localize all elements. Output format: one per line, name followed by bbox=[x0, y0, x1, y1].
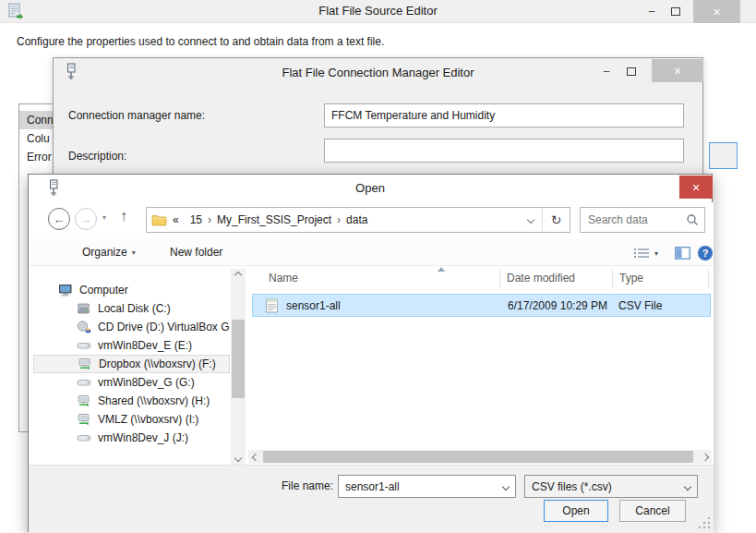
command-toolbar: Organize ▾ New folder ▾ ? bbox=[29, 239, 714, 266]
tree-item-label: Computer bbox=[79, 284, 128, 297]
ffse-maximize-button[interactable] bbox=[665, 2, 687, 20]
file-name: sensor1-all bbox=[286, 299, 341, 312]
tree-item-label: VMLZ (\\vboxsrv) (I:) bbox=[98, 413, 198, 426]
new-folder-label: New folder bbox=[170, 246, 222, 259]
ffse-partial-button[interactable] bbox=[709, 142, 738, 169]
list-horizontal-scrollbar[interactable] bbox=[248, 450, 712, 464]
tree-item-label: CD Drive (D:) VirtualBox Gue bbox=[98, 321, 230, 333]
tree-item-vmwin8dev-g[interactable]: vmWin8Dev_G (G:) bbox=[33, 373, 230, 392]
folder-icon bbox=[151, 214, 167, 226]
tree-item-label: Dropbox (\\vboxsrv) (F:) bbox=[99, 357, 216, 370]
new-folder-button[interactable]: New folder bbox=[170, 246, 222, 259]
tree-item-local-disk-c[interactable]: Local Disk (C:) bbox=[33, 299, 230, 318]
minimize-icon: – bbox=[604, 65, 610, 78]
tree-item-vmwin8dev-e[interactable]: vmWin8Dev_E (E:) bbox=[33, 336, 230, 355]
forward-icon: → bbox=[80, 212, 92, 226]
ffcm-maximize-button[interactable] bbox=[620, 62, 642, 80]
tree-item-shared-h[interactable]: Shared (\\vboxsrv) (H:) bbox=[33, 392, 230, 410]
maximize-icon bbox=[627, 67, 636, 76]
scrollbar-thumb[interactable] bbox=[232, 320, 245, 398]
column-divider[interactable] bbox=[708, 270, 709, 288]
file-name-value: sensor1-all bbox=[345, 480, 400, 493]
navigation-bar: ← → ▾ ↑ « 15 › My_First_SSIS_Project › d… bbox=[29, 202, 714, 239]
preview-pane-button[interactable] bbox=[675, 247, 690, 260]
file-type-combobox[interactable]: CSV files (*.csv) bbox=[524, 475, 698, 498]
breadcrumb-overflow[interactable]: « bbox=[173, 213, 179, 226]
file-row-sensor1-all[interactable]: sensor1-all 6/17/2009 10:29 PM CSV File bbox=[252, 294, 711, 317]
preview-pane-icon bbox=[675, 247, 690, 260]
scroll-up-arrow-icon[interactable] bbox=[231, 269, 246, 282]
search-input[interactable] bbox=[588, 213, 686, 226]
ffse-titlebar: Flat File Source Editor – × bbox=[0, 0, 756, 23]
column-header-date-modified[interactable]: Date modified bbox=[507, 272, 575, 285]
file-name-combobox[interactable]: sensor1-all bbox=[338, 475, 516, 498]
column-divider[interactable] bbox=[612, 270, 613, 288]
tree-item-vmlz-i[interactable]: VMLZ (\\vboxsrv) (I:) bbox=[33, 410, 230, 429]
ffcm-close-button[interactable]: × bbox=[652, 59, 703, 82]
search-icon[interactable] bbox=[686, 213, 699, 226]
description-label: Description: bbox=[68, 150, 126, 163]
back-button[interactable]: ← bbox=[48, 208, 70, 230]
drive-icon bbox=[77, 376, 91, 389]
chevron-right-icon: › bbox=[208, 213, 211, 226]
tree-vertical-scrollbar[interactable] bbox=[231, 269, 246, 465]
close-icon: × bbox=[692, 181, 700, 194]
computer-icon bbox=[58, 284, 73, 297]
column-header-type[interactable]: Type bbox=[619, 272, 643, 285]
ffse-close-button[interactable]: × bbox=[693, 0, 740, 23]
tree-item-cd-drive-d[interactable]: CD Drive (D:) VirtualBox Gue bbox=[33, 318, 230, 336]
tree-item-label: Shared (\\vboxsrv) (H:) bbox=[98, 394, 210, 407]
refresh-icon: ↻ bbox=[551, 212, 562, 227]
ffcm-minimize-button[interactable]: – bbox=[596, 62, 617, 80]
column-header-name[interactable]: Name bbox=[269, 272, 298, 285]
help-button[interactable]: ? bbox=[698, 246, 713, 260]
resize-grip[interactable] bbox=[699, 517, 710, 528]
ffse-minimize-button[interactable]: – bbox=[642, 2, 662, 20]
refresh-button[interactable]: ↻ bbox=[543, 208, 570, 232]
address-bar[interactable]: « 15 › My_First_SSIS_Project › data ↻ bbox=[146, 207, 570, 233]
cancel-button[interactable]: Cancel bbox=[619, 500, 686, 522]
up-button[interactable]: ↑ bbox=[120, 208, 127, 224]
help-icon: ? bbox=[698, 246, 713, 260]
chevron-down-icon: ▾ bbox=[654, 249, 658, 258]
column-divider[interactable] bbox=[499, 270, 500, 288]
tree-item-vmwin8dev-j[interactable]: vmWin8Dev_J (J:) bbox=[33, 429, 230, 447]
scroll-left-arrow-icon[interactable] bbox=[248, 450, 262, 464]
tree-item-label: vmWin8Dev_E (E:) bbox=[98, 339, 192, 352]
tree-item-computer[interactable]: Computer bbox=[33, 281, 230, 299]
hard-drive-icon bbox=[77, 302, 91, 315]
cd-drive-icon bbox=[77, 321, 91, 333]
file-type: CSV File bbox=[618, 299, 662, 312]
open-dialog-close-button[interactable]: × bbox=[679, 176, 713, 199]
scroll-down-arrow-icon[interactable] bbox=[231, 452, 246, 465]
connection-manager-name-field[interactable]: FFCM Temperature and Humidity bbox=[324, 103, 684, 127]
tree-item-dropbox-f[interactable]: Dropbox (\\vboxsrv) (F:) bbox=[33, 355, 230, 373]
file-type-value: CSV files (*.csv) bbox=[532, 480, 612, 493]
open-dialog: Open × ← → ▾ ↑ « 15 › My_First_SSIS_Proj… bbox=[28, 174, 713, 532]
file-date-modified: 6/17/2009 10:29 PM bbox=[508, 299, 607, 312]
address-dropdown-chevron-icon[interactable] bbox=[527, 216, 534, 224]
search-box[interactable] bbox=[580, 207, 705, 233]
forward-button[interactable]: → bbox=[75, 208, 97, 230]
minimize-icon: – bbox=[649, 5, 655, 18]
breadcrumb-segment-project[interactable]: My_First_SSIS_Project bbox=[217, 213, 331, 226]
breadcrumb-segment-data[interactable]: data bbox=[346, 213, 367, 226]
open-button[interactable]: Open bbox=[544, 500, 608, 522]
recent-locations-button[interactable]: ▾ bbox=[102, 213, 106, 222]
file-name-label: File name: bbox=[270, 479, 333, 492]
up-arrow-icon: ↑ bbox=[120, 208, 127, 224]
change-view-button[interactable]: ▾ bbox=[633, 247, 658, 260]
network-drive-icon bbox=[77, 413, 91, 426]
organize-menu-button[interactable]: Organize ▾ bbox=[82, 246, 136, 259]
close-icon: × bbox=[713, 6, 720, 18]
scrollbar-thumb[interactable] bbox=[263, 451, 693, 463]
maximize-icon bbox=[671, 7, 680, 16]
breadcrumb-segment-15[interactable]: 15 bbox=[190, 213, 202, 226]
chevron-down-icon bbox=[678, 476, 697, 497]
chevron-down-icon: ▾ bbox=[132, 248, 136, 257]
scroll-right-arrow-icon[interactable] bbox=[698, 450, 712, 464]
description-field[interactable] bbox=[324, 139, 684, 163]
csv-file-icon bbox=[265, 297, 279, 313]
network-drive-icon bbox=[77, 394, 91, 407]
ffse-instruction-text: Configure the properties used to connect… bbox=[17, 35, 384, 48]
